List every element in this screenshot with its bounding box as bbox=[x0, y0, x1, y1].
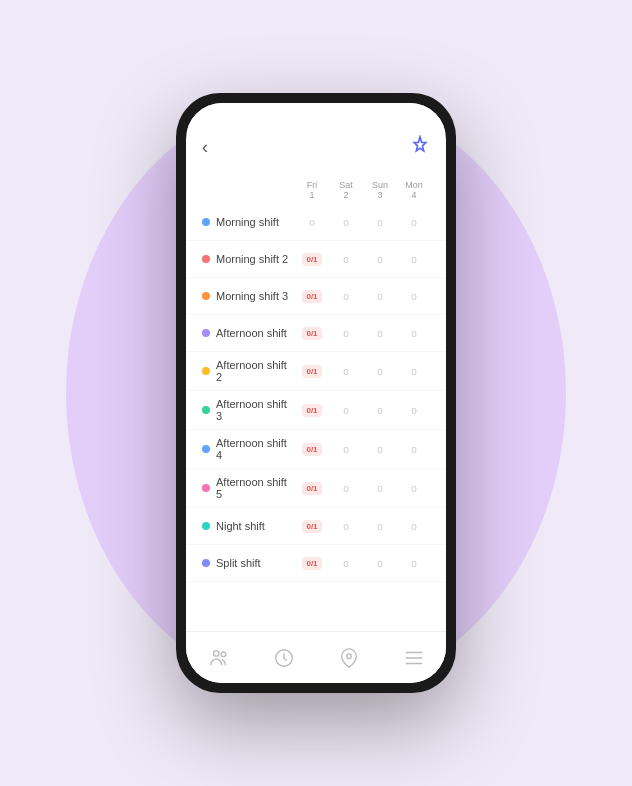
shift-cell[interactable]: o bbox=[398, 438, 430, 460]
shift-cell[interactable]: o bbox=[398, 477, 430, 499]
shift-empty-cell: o bbox=[377, 328, 383, 339]
shift-cell[interactable]: o bbox=[364, 211, 396, 233]
nav-menu-icon[interactable] bbox=[403, 647, 425, 669]
shift-empty-cell: o bbox=[343, 521, 349, 532]
shift-columns: 0/1ooo bbox=[296, 477, 430, 499]
table-header-col: Sun3 bbox=[364, 180, 396, 200]
shift-name-label: Split shift bbox=[216, 557, 261, 569]
shift-empty-cell: o bbox=[343, 328, 349, 339]
shift-columns: 0/1ooo bbox=[296, 552, 430, 574]
shift-cell[interactable]: o bbox=[330, 438, 362, 460]
nav-clock-icon[interactable] bbox=[273, 647, 295, 669]
shift-cell[interactable]: 0/1 bbox=[296, 248, 328, 270]
shift-empty-cell: o bbox=[411, 521, 417, 532]
shift-cell[interactable]: o bbox=[398, 515, 430, 537]
shift-cell[interactable]: o bbox=[330, 211, 362, 233]
shift-cell[interactable]: o bbox=[398, 285, 430, 307]
shift-empty-cell: o bbox=[411, 558, 417, 569]
shift-row[interactable]: Night shift0/1ooo bbox=[186, 508, 446, 545]
nav-shifts-icon[interactable] bbox=[338, 647, 360, 669]
shift-empty-cell: o bbox=[377, 444, 383, 455]
shift-name-area: Afternoon shift 5 bbox=[202, 476, 296, 500]
shift-empty-cell: o bbox=[411, 291, 417, 302]
shift-row[interactable]: Split shift0/1ooo bbox=[186, 545, 446, 582]
table-header-col: Fri1 bbox=[296, 180, 328, 200]
shift-color-dot bbox=[202, 329, 210, 337]
shift-cell[interactable]: 0/1 bbox=[296, 322, 328, 344]
shift-empty-cell: o bbox=[411, 254, 417, 265]
shift-cell[interactable]: o bbox=[330, 515, 362, 537]
shifts-list: Morning shiftooooMorning shift 20/1oooMo… bbox=[186, 204, 446, 631]
shift-empty-cell: o bbox=[343, 217, 349, 228]
shift-cell[interactable]: o bbox=[364, 285, 396, 307]
shift-empty-cell: o bbox=[343, 444, 349, 455]
svg-point-0 bbox=[213, 650, 219, 656]
shift-row[interactable]: Morning shiftoooo bbox=[186, 204, 446, 241]
shift-badge: 0/1 bbox=[302, 557, 321, 570]
shift-empty-cell: o bbox=[377, 483, 383, 494]
shift-cell[interactable]: o bbox=[364, 552, 396, 574]
shift-cell[interactable]: o bbox=[398, 360, 430, 382]
shift-cell[interactable]: o bbox=[364, 438, 396, 460]
shift-name-area: Split shift bbox=[202, 557, 296, 569]
shift-row[interactable]: Afternoon shift0/1ooo bbox=[186, 315, 446, 352]
shift-cell[interactable]: 0/1 bbox=[296, 360, 328, 382]
shift-columns: 0/1ooo bbox=[296, 248, 430, 270]
shift-empty-cell: o bbox=[411, 328, 417, 339]
shift-cell[interactable]: o bbox=[398, 211, 430, 233]
shift-columns: 0/1ooo bbox=[296, 360, 430, 382]
shift-empty-cell: o bbox=[343, 366, 349, 377]
nav-people-icon[interactable] bbox=[208, 647, 230, 669]
shift-cell[interactable]: 0/1 bbox=[296, 552, 328, 574]
shift-columns: 0/1ooo bbox=[296, 515, 430, 537]
shift-row[interactable]: Afternoon shift 30/1ooo bbox=[186, 391, 446, 430]
table-header-col: Sat2 bbox=[330, 180, 362, 200]
shift-name-label: Afternoon shift 5 bbox=[216, 476, 296, 500]
shift-cell[interactable]: o bbox=[330, 399, 362, 421]
shift-cell[interactable]: o bbox=[330, 248, 362, 270]
shift-cell[interactable]: 0/1 bbox=[296, 515, 328, 537]
shift-cell[interactable]: o bbox=[330, 552, 362, 574]
shift-row[interactable]: Afternoon shift 20/1ooo bbox=[186, 352, 446, 391]
shift-color-dot bbox=[202, 255, 210, 263]
shift-cell[interactable]: o bbox=[398, 399, 430, 421]
shift-row[interactable]: Morning shift 30/1ooo bbox=[186, 278, 446, 315]
shift-cell[interactable]: o bbox=[330, 285, 362, 307]
shift-cell[interactable]: 0/1 bbox=[296, 477, 328, 499]
shift-cell[interactable]: o bbox=[364, 399, 396, 421]
shift-cell[interactable]: o bbox=[330, 477, 362, 499]
shift-empty-cell: o bbox=[343, 291, 349, 302]
shift-row[interactable]: Afternoon shift 50/1ooo bbox=[186, 469, 446, 508]
back-button[interactable]: ‹ bbox=[202, 137, 208, 158]
shift-name-area: Morning shift bbox=[202, 216, 296, 228]
shift-cell[interactable]: o bbox=[364, 360, 396, 382]
status-bar bbox=[186, 103, 446, 131]
shift-cell[interactable]: o bbox=[364, 515, 396, 537]
shift-cell[interactable]: o bbox=[364, 248, 396, 270]
shift-cell[interactable]: o bbox=[398, 322, 430, 344]
shift-empty-cell: o bbox=[343, 558, 349, 569]
shift-cell[interactable]: o bbox=[330, 360, 362, 382]
shift-columns: 0/1ooo bbox=[296, 322, 430, 344]
shift-cell[interactable]: o bbox=[364, 322, 396, 344]
shift-name-label: Morning shift 3 bbox=[216, 290, 288, 302]
shift-name-area: Afternoon shift 3 bbox=[202, 398, 296, 422]
add-shifts-area bbox=[186, 168, 446, 180]
shift-name-label: Morning shift bbox=[216, 216, 279, 228]
shift-row[interactable]: Morning shift 20/1ooo bbox=[186, 241, 446, 278]
shift-cell[interactable]: o bbox=[296, 211, 328, 233]
shift-cell[interactable]: 0/1 bbox=[296, 438, 328, 460]
shift-badge: 0/1 bbox=[302, 520, 321, 533]
shift-empty-cell: o bbox=[411, 366, 417, 377]
shift-cell[interactable]: o bbox=[364, 477, 396, 499]
shift-cell[interactable]: 0/1 bbox=[296, 399, 328, 421]
shift-cell[interactable]: 0/1 bbox=[296, 285, 328, 307]
shift-cell[interactable]: o bbox=[398, 552, 430, 574]
shift-cell[interactable]: o bbox=[398, 248, 430, 270]
shift-cell[interactable]: o bbox=[330, 322, 362, 344]
pin-icon[interactable] bbox=[410, 135, 430, 160]
shift-row[interactable]: Afternoon shift 40/1ooo bbox=[186, 430, 446, 469]
shift-name-label: Morning shift 2 bbox=[216, 253, 288, 265]
shift-color-dot bbox=[202, 484, 210, 492]
phone-frame: ‹ Fri1Sat2Sun3Mon4 Morning shiftooooMorn… bbox=[176, 93, 456, 693]
